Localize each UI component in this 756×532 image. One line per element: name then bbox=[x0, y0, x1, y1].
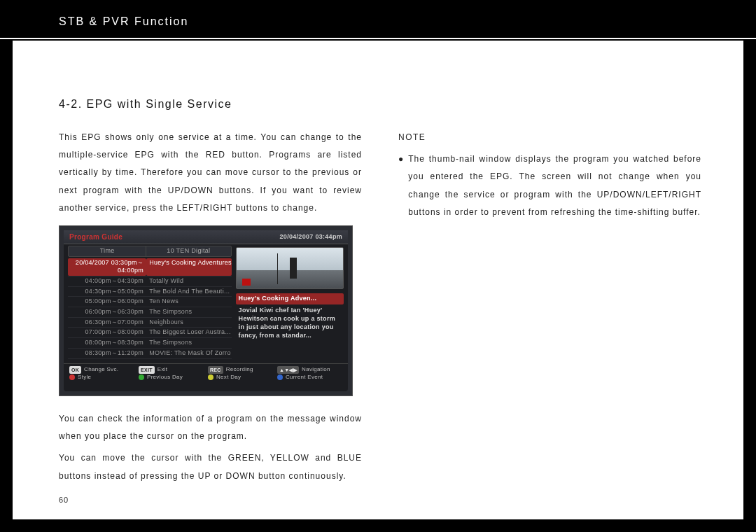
page-body: 4-2. EPG with Single Service This EPG sh… bbox=[13, 41, 743, 519]
program-time: 05:00pm～06:00pm bbox=[68, 297, 146, 307]
yellow-dot-icon bbox=[208, 374, 214, 380]
left-column: This EPG shows only one service at a tim… bbox=[59, 129, 362, 489]
program-row: 20/04/2007 03:30pm～04:00pmHuey's Cooking… bbox=[68, 258, 232, 276]
program-row: 04:00pm～04:30pmTotally Wild bbox=[68, 276, 232, 287]
preview-pane: Huey's Cooking Adven... Jovial Kiwi chef… bbox=[234, 244, 348, 363]
paragraph: This EPG shows only one service at a tim… bbox=[59, 129, 362, 217]
paragraph: You can check the information of a progr… bbox=[59, 410, 362, 445]
control-hint: OKChange Svc. bbox=[69, 366, 134, 374]
control-hint: Previous Day bbox=[139, 374, 204, 381]
guide-title: Program Guide bbox=[69, 232, 122, 241]
guide-controls: OKChange Svc.EXITExitRECRecording▲▼◀▶Nav… bbox=[64, 363, 348, 382]
red-dot-icon bbox=[69, 374, 75, 380]
program-time: 04:30pm～05:00pm bbox=[68, 287, 146, 297]
program-time: 06:00pm～06:30pm bbox=[68, 307, 146, 317]
preview-description: Jovial Kiwi chef Ian 'Huey' Hewitson can… bbox=[236, 304, 344, 342]
green-dot-icon bbox=[139, 374, 144, 380]
note-text: The thumb-nail window displays the progr… bbox=[408, 150, 701, 221]
preview-title: Huey's Cooking Adven... bbox=[236, 293, 344, 304]
guide-datetime: 20/04/2007 03:44pm bbox=[280, 233, 342, 241]
control-label: Change Svc. bbox=[84, 366, 118, 373]
col-time-header: Time bbox=[69, 246, 146, 256]
right-column: NOTE ● The thumb-nail window displays th… bbox=[398, 129, 701, 489]
control-hint: RECRecording bbox=[208, 366, 273, 374]
program-name: The Simpsons bbox=[146, 307, 231, 317]
control-label: Exit bbox=[158, 366, 168, 373]
keycap-icon: OK bbox=[69, 366, 81, 374]
note-heading: NOTE bbox=[398, 129, 701, 146]
program-row: 04:30pm～05:00pmThe Bold And The Beauti..… bbox=[68, 287, 232, 298]
control-hint: Style bbox=[69, 374, 134, 381]
program-row: 08:00pm～08:30pmThe Simpsons bbox=[68, 338, 232, 349]
control-label: Recording bbox=[226, 366, 253, 373]
control-label: Current Event bbox=[286, 374, 323, 381]
program-name: The Bold And The Beauti... bbox=[146, 287, 231, 297]
program-time: 06:30pm～07:00pm bbox=[68, 318, 146, 328]
program-row: 08:30pm～11:20pmMOVIE: The Mask Of Zorro bbox=[68, 349, 232, 359]
program-name: The Biggest Loser Austra... bbox=[146, 328, 231, 337]
control-hint: ▲▼◀▶Navigation bbox=[277, 366, 342, 374]
epg-screenshot: Program Guide 20/04/2007 03:44pm Time 10… bbox=[59, 225, 353, 396]
keycap-icon: EXIT bbox=[139, 366, 155, 374]
program-name: MOVIE: The Mask Of Zorro bbox=[146, 349, 231, 358]
program-list: Time 10 TEN Digital 20/04/2007 03:30pm～0… bbox=[64, 244, 234, 363]
column-headers: Time 10 TEN Digital bbox=[68, 246, 232, 257]
keycap-icon: ▲▼◀▶ bbox=[277, 366, 299, 374]
page-number: 60 bbox=[59, 496, 69, 504]
section-title: 4-2. EPG with Single Service bbox=[59, 98, 701, 111]
chapter-title: STB & PVR Function bbox=[59, 15, 188, 27]
program-name: Huey's Cooking Adventures bbox=[146, 258, 231, 276]
control-hint: EXITExit bbox=[139, 366, 204, 374]
chapter-header: STB & PVR Function bbox=[0, 0, 756, 39]
bullet-icon: ● bbox=[398, 150, 404, 221]
program-row: 06:30pm～07:00pmNeighbours bbox=[68, 318, 232, 328]
keycap-icon: REC bbox=[208, 366, 223, 374]
program-name: The Simpsons bbox=[146, 338, 231, 348]
program-time: 04:00pm～04:30pm bbox=[68, 276, 146, 286]
program-time: 07:00pm～08:00pm bbox=[68, 328, 146, 337]
control-label: Navigation bbox=[302, 366, 330, 373]
col-channel-header: 10 TEN Digital bbox=[146, 246, 230, 256]
program-time: 08:30pm～11:20pm bbox=[68, 349, 146, 358]
program-row: 06:00pm～06:30pmThe Simpsons bbox=[68, 307, 232, 318]
control-label: Previous Day bbox=[147, 374, 183, 381]
program-name: Neighbours bbox=[146, 318, 231, 328]
blue-dot-icon bbox=[277, 374, 283, 380]
program-time: 20/04/2007 03:30pm～04:00pm bbox=[68, 258, 146, 276]
program-row: 05:00pm～06:00pmTen News bbox=[68, 297, 232, 307]
program-name: Ten News bbox=[146, 297, 231, 307]
program-row: 07:00pm～08:00pmThe Biggest Loser Austra.… bbox=[68, 328, 232, 338]
control-hint: Current Event bbox=[277, 374, 342, 381]
paragraph: You can move the cursor with the GREEN, … bbox=[59, 449, 362, 484]
control-label: Next Day bbox=[216, 374, 241, 381]
program-name: Totally Wild bbox=[146, 276, 231, 286]
program-time: 08:00pm～08:30pm bbox=[68, 338, 146, 348]
control-label: Style bbox=[78, 374, 91, 381]
thumbnail bbox=[236, 247, 344, 289]
control-hint: Next Day bbox=[208, 374, 273, 381]
